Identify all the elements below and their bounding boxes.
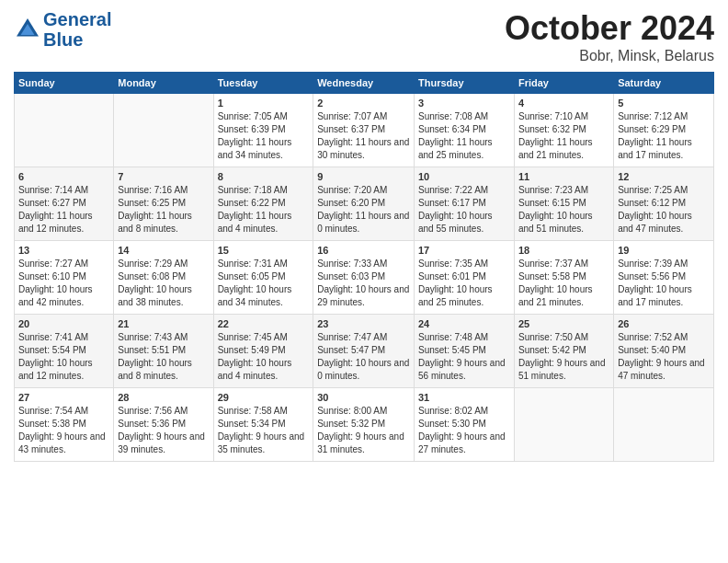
day-info: Sunrise: 7:14 AM Sunset: 6:27 PM Dayligh… [18, 184, 109, 236]
daylight: Daylight: 11 hours and 17 minutes. [618, 137, 692, 160]
day-cell: 29 Sunrise: 7:58 AM Sunset: 5:34 PM Dayl… [213, 388, 313, 462]
day-number: 9 [317, 171, 410, 182]
day-cell: 24 Sunrise: 7:48 AM Sunset: 5:45 PM Dayl… [415, 315, 515, 388]
sunset: Sunset: 6:12 PM [618, 198, 686, 208]
day-info: Sunrise: 7:31 AM Sunset: 6:05 PM Dayligh… [218, 258, 310, 309]
daylight: Daylight: 9 hours and 43 minutes. [18, 431, 106, 454]
weekday-header: Friday [514, 73, 613, 94]
day-info: Sunrise: 7:10 AM Sunset: 6:32 PM Dayligh… [518, 110, 609, 162]
day-info: Sunrise: 7:08 AM Sunset: 6:34 PM Dayligh… [418, 110, 510, 162]
weekday-header: Wednesday [313, 73, 415, 94]
day-cell: 5 Sunrise: 7:12 AM Sunset: 6:29 PM Dayli… [614, 94, 714, 167]
day-info: Sunrise: 7:07 AM Sunset: 6:37 PM Dayligh… [317, 110, 410, 162]
day-info: Sunrise: 7:35 AM Sunset: 6:01 PM Dayligh… [418, 258, 510, 309]
daylight: Daylight: 11 hours and 34 minutes. [218, 137, 292, 160]
day-number: 26 [618, 318, 710, 329]
daylight: Daylight: 11 hours and 25 minutes. [418, 137, 493, 160]
sunrise: Sunrise: 7:20 AM [317, 185, 387, 195]
sunrise: Sunrise: 7:56 AM [118, 406, 188, 416]
day-cell [614, 388, 714, 462]
sunset: Sunset: 6:15 PM [518, 198, 586, 208]
title-block: October 2024 Bobr, Minsk, Belarus [505, 9, 714, 64]
day-cell: 20 Sunrise: 7:41 AM Sunset: 5:54 PM Dayl… [15, 315, 114, 388]
sunset: Sunset: 5:40 PM [618, 345, 686, 355]
daylight: Daylight: 10 hours and 42 minutes. [18, 284, 93, 307]
day-info: Sunrise: 7:41 AM Sunset: 5:54 PM Dayligh… [18, 331, 109, 383]
sunset: Sunset: 5:38 PM [18, 419, 86, 429]
sunrise: Sunrise: 7:22 AM [418, 185, 488, 195]
day-number: 19 [618, 245, 710, 256]
daylight: Daylight: 10 hours and 34 minutes. [218, 284, 292, 307]
sunset: Sunset: 5:47 PM [317, 345, 385, 355]
daylight: Daylight: 11 hours and 4 minutes. [218, 211, 292, 234]
daylight: Daylight: 10 hours and 4 minutes. [218, 358, 292, 381]
day-number: 15 [218, 245, 310, 256]
day-cell: 31 Sunrise: 8:02 AM Sunset: 5:30 PM Dayl… [415, 388, 515, 462]
sunrise: Sunrise: 7:08 AM [418, 111, 488, 121]
day-number: 8 [218, 171, 310, 182]
sunrise: Sunrise: 7:10 AM [518, 111, 588, 121]
sunrise: Sunrise: 7:37 AM [518, 259, 588, 269]
sunset: Sunset: 6:37 PM [317, 124, 385, 134]
day-cell: 26 Sunrise: 7:52 AM Sunset: 5:40 PM Dayl… [614, 315, 714, 388]
day-number: 25 [518, 318, 609, 329]
calendar-table: SundayMondayTuesdayWednesdayThursdayFrid… [14, 72, 714, 462]
sunrise: Sunrise: 7:12 AM [618, 111, 688, 121]
day-cell: 8 Sunrise: 7:18 AM Sunset: 6:22 PM Dayli… [213, 167, 313, 241]
sunrise: Sunrise: 7:50 AM [518, 332, 588, 342]
day-info: Sunrise: 7:52 AM Sunset: 5:40 PM Dayligh… [618, 331, 710, 383]
weekday-header: Thursday [415, 73, 515, 94]
day-cell [114, 94, 213, 167]
day-info: Sunrise: 7:29 AM Sunset: 6:08 PM Dayligh… [118, 258, 209, 309]
day-cell: 15 Sunrise: 7:31 AM Sunset: 6:05 PM Dayl… [213, 241, 313, 315]
day-number: 10 [418, 171, 510, 182]
day-number: 22 [218, 318, 310, 329]
logo: General Blue [14, 9, 111, 50]
sunrise: Sunrise: 7:47 AM [317, 332, 387, 342]
sunrise: Sunrise: 7:23 AM [518, 185, 588, 195]
daylight: Daylight: 10 hours and 17 minutes. [618, 284, 692, 307]
day-cell: 12 Sunrise: 7:25 AM Sunset: 6:12 PM Dayl… [614, 167, 714, 241]
sunrise: Sunrise: 7:39 AM [618, 259, 688, 269]
day-info: Sunrise: 7:56 AM Sunset: 5:36 PM Dayligh… [118, 405, 209, 456]
day-info: Sunrise: 7:48 AM Sunset: 5:45 PM Dayligh… [418, 331, 510, 383]
day-cell: 3 Sunrise: 7:08 AM Sunset: 6:34 PM Dayli… [415, 94, 515, 167]
daylight: Daylight: 10 hours and 25 minutes. [418, 284, 493, 307]
sunset: Sunset: 6:17 PM [418, 198, 486, 208]
day-number: 13 [18, 245, 109, 256]
sunset: Sunset: 5:34 PM [218, 419, 286, 429]
day-cell: 9 Sunrise: 7:20 AM Sunset: 6:20 PM Dayli… [313, 167, 415, 241]
sunrise: Sunrise: 7:27 AM [18, 259, 88, 269]
day-number: 1 [218, 98, 310, 109]
daylight: Daylight: 10 hours and 0 minutes. [317, 358, 409, 381]
sunset: Sunset: 5:30 PM [418, 419, 486, 429]
sunrise: Sunrise: 7:35 AM [418, 259, 488, 269]
week-row: 27 Sunrise: 7:54 AM Sunset: 5:38 PM Dayl… [15, 388, 714, 462]
day-cell: 1 Sunrise: 7:05 AM Sunset: 6:39 PM Dayli… [213, 94, 313, 167]
day-cell [15, 94, 114, 167]
day-number: 27 [18, 392, 109, 403]
daylight: Daylight: 9 hours and 35 minutes. [218, 431, 305, 454]
day-number: 21 [118, 318, 209, 329]
day-info: Sunrise: 7:33 AM Sunset: 6:03 PM Dayligh… [317, 258, 410, 309]
daylight: Daylight: 10 hours and 51 minutes. [518, 211, 593, 234]
day-number: 2 [317, 98, 410, 109]
daylight: Daylight: 10 hours and 8 minutes. [118, 358, 192, 381]
day-number: 23 [317, 318, 410, 329]
sunset: Sunset: 6:29 PM [618, 124, 686, 134]
day-number: 3 [418, 98, 510, 109]
day-cell: 4 Sunrise: 7:10 AM Sunset: 6:32 PM Dayli… [514, 94, 613, 167]
day-cell: 7 Sunrise: 7:16 AM Sunset: 6:25 PM Dayli… [114, 167, 213, 241]
day-number: 17 [418, 245, 510, 256]
weekday-header: Sunday [15, 73, 114, 94]
logo-text: General [43, 9, 111, 29]
sunset: Sunset: 5:54 PM [18, 345, 86, 355]
sunrise: Sunrise: 7:41 AM [18, 332, 88, 342]
day-info: Sunrise: 7:22 AM Sunset: 6:17 PM Dayligh… [418, 184, 510, 236]
daylight: Daylight: 10 hours and 29 minutes. [317, 284, 409, 307]
sunset: Sunset: 6:03 PM [317, 271, 385, 282]
sunset: Sunset: 6:27 PM [18, 198, 86, 208]
sunset: Sunset: 5:45 PM [418, 345, 486, 355]
sunrise: Sunrise: 7:33 AM [317, 259, 387, 269]
day-cell: 19 Sunrise: 7:39 AM Sunset: 5:56 PM Dayl… [614, 241, 714, 315]
